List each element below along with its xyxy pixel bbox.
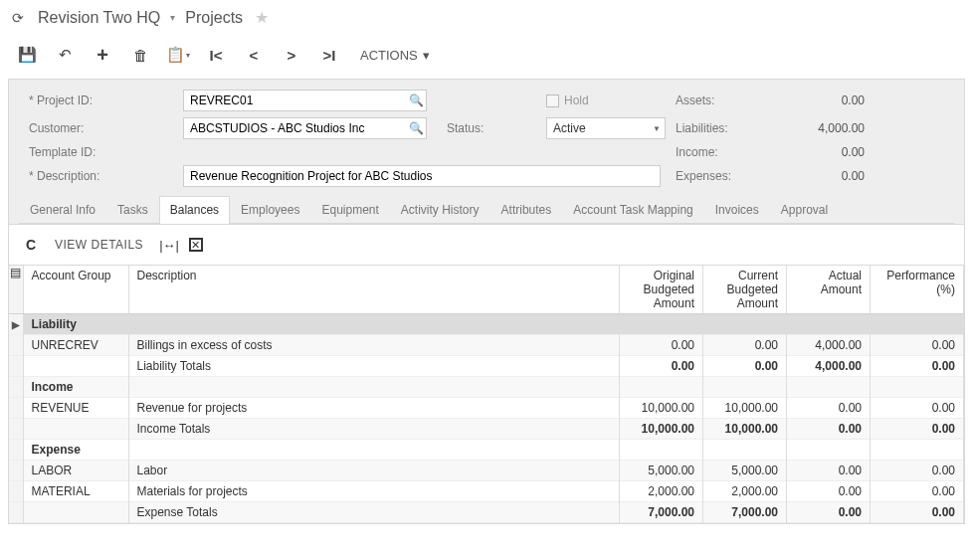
- cell-description: [128, 314, 620, 335]
- export-button[interactable]: ✕: [189, 238, 203, 252]
- cell-num: 0.00: [787, 419, 871, 440]
- last-record-button[interactable]: >I: [314, 41, 344, 69]
- view-details-button[interactable]: VIEW DETAILS: [49, 238, 149, 252]
- cell-num: 10,000.00: [703, 398, 787, 419]
- row-selector-cell[interactable]: [9, 461, 23, 481]
- clipboard-button[interactable]: 📋▾: [163, 41, 193, 69]
- tab-balances[interactable]: Balances: [159, 196, 230, 224]
- row-selector-cell[interactable]: [9, 356, 23, 377]
- cell-num: 0.00: [703, 335, 787, 356]
- customer-input[interactable]: [184, 119, 406, 137]
- row-selector-cell[interactable]: [9, 481, 23, 502]
- tab-general-info[interactable]: General Info: [19, 196, 106, 224]
- col-performance[interactable]: Performance (%): [871, 266, 964, 314]
- cell-num: [703, 377, 787, 398]
- customer-field-wrap[interactable]: 🔍: [183, 117, 427, 139]
- prev-record-button[interactable]: <: [239, 41, 269, 69]
- row-selector-cell[interactable]: [9, 419, 23, 440]
- hold-checkbox[interactable]: [546, 94, 559, 107]
- breadcrumb-page[interactable]: Projects: [185, 9, 243, 27]
- tab-employees[interactable]: Employees: [230, 196, 310, 224]
- delete-button[interactable]: 🗑: [125, 41, 155, 69]
- cell-num: 2,000.00: [703, 481, 787, 502]
- main-toolbar: 💾 ↶ + 🗑 📋▾ I< < > >I ACTIONS ▾: [0, 35, 973, 79]
- breadcrumb-company[interactable]: Revision Two HQ: [38, 9, 160, 27]
- refresh-icon[interactable]: ⟳: [12, 10, 24, 26]
- table-row[interactable]: Expense: [9, 440, 964, 461]
- cell-account-group: Income: [23, 377, 128, 398]
- col-actual-amount[interactable]: Actual Amount: [787, 266, 871, 314]
- cell-num: 4,000.00: [787, 335, 871, 356]
- next-record-button[interactable]: >: [277, 41, 306, 69]
- row-selector-cell[interactable]: [9, 335, 23, 356]
- tab-account-task-mapping[interactable]: Account Task Mapping: [562, 196, 704, 224]
- cell-account-group: [23, 356, 128, 377]
- lookup-icon[interactable]: 🔍: [406, 121, 426, 135]
- cell-account-group: LABOR: [23, 461, 128, 481]
- project-id-field-wrap[interactable]: 🔍: [183, 90, 427, 111]
- star-icon[interactable]: ★: [255, 8, 269, 27]
- cell-num: [787, 440, 871, 461]
- cell-num: 7,000.00: [620, 502, 703, 523]
- cell-description: Materials for projects: [128, 481, 620, 502]
- table-row[interactable]: Expense Totals7,000.007,000.000.000.00: [9, 502, 964, 523]
- add-button[interactable]: +: [88, 41, 117, 69]
- row-selector-cell[interactable]: [9, 398, 23, 419]
- col-current-budgeted[interactable]: Current Budgeted Amount: [703, 266, 787, 314]
- col-description[interactable]: Description: [128, 266, 620, 314]
- row-selector-cell[interactable]: [9, 377, 23, 398]
- expenses-value: 0.00: [842, 169, 865, 183]
- col-account-group[interactable]: Account Group: [23, 266, 128, 314]
- cell-num: 4,000.00: [787, 356, 871, 377]
- hold-label: Hold: [564, 93, 589, 107]
- table-row[interactable]: MATERIALMaterials for projects2,000.002,…: [9, 481, 964, 502]
- row-selector-cell[interactable]: [9, 502, 23, 523]
- tab-equipment[interactable]: Equipment: [310, 196, 389, 224]
- table-row[interactable]: Income Totals10,000.0010,000.000.000.00: [9, 419, 964, 440]
- cell-description: Revenue for projects: [128, 398, 620, 419]
- tab-attributes[interactable]: Attributes: [490, 196, 563, 224]
- cell-account-group: UNRECREV: [23, 335, 128, 356]
- cell-account-group: [23, 502, 128, 523]
- cell-num: [787, 377, 871, 398]
- fit-columns-icon[interactable]: |↔|: [159, 238, 179, 253]
- status-label: Status:: [437, 121, 484, 135]
- tab-tasks[interactable]: Tasks: [106, 196, 159, 224]
- col-original-budgeted[interactable]: Original Budgeted Amount: [620, 266, 703, 314]
- save-button: 💾: [12, 41, 42, 69]
- undo-button[interactable]: ↶: [50, 41, 80, 69]
- cell-num: 0.00: [620, 356, 703, 377]
- cell-num: 0.00: [703, 356, 787, 377]
- cell-num: 10,000.00: [620, 398, 703, 419]
- description-label: Description:: [19, 169, 99, 183]
- table-row[interactable]: Income: [9, 377, 964, 398]
- grid-refresh-button[interactable]: C: [19, 233, 43, 257]
- row-selector-cell[interactable]: [9, 440, 23, 461]
- cell-account-group: MATERIAL: [23, 481, 128, 502]
- tab-activity-history[interactable]: Activity History: [390, 196, 490, 224]
- tab-invoices[interactable]: Invoices: [704, 196, 770, 224]
- tab-approval[interactable]: Approval: [770, 196, 839, 224]
- actions-menu[interactable]: ACTIONS ▾: [352, 43, 438, 68]
- table-row[interactable]: Liability Totals0.000.004,000.000.00: [9, 356, 964, 377]
- assets-value: 0.00: [842, 93, 865, 107]
- row-selector-cell[interactable]: ▶: [9, 314, 23, 335]
- table-row[interactable]: ▶Liability: [9, 314, 964, 335]
- cell-num: 0.00: [871, 502, 964, 523]
- description-input[interactable]: [184, 167, 660, 185]
- lookup-icon[interactable]: 🔍: [406, 93, 426, 107]
- breadcrumb: ⟳ Revision Two HQ ▾ Projects ★: [0, 0, 973, 35]
- table-row[interactable]: UNRECREVBillings in excess of costs0.000…: [9, 335, 964, 356]
- grid-toolbar: C VIEW DETAILS |↔| ✕: [8, 225, 965, 266]
- first-record-button[interactable]: I<: [201, 41, 231, 69]
- table-row[interactable]: LABORLabor5,000.005,000.000.000.00: [9, 461, 964, 481]
- status-select[interactable]: Active ▼: [546, 117, 666, 139]
- project-id-input[interactable]: [184, 92, 406, 109]
- cell-num: [871, 440, 964, 461]
- row-selector-header[interactable]: ▤: [9, 266, 23, 314]
- cell-description: Billings in excess of costs: [128, 335, 620, 356]
- table-row[interactable]: REVENUERevenue for projects10,000.0010,0…: [9, 398, 964, 419]
- description-field-wrap[interactable]: [183, 165, 661, 187]
- cell-num: 0.00: [871, 461, 964, 481]
- chevron-down-icon[interactable]: ▼: [649, 124, 665, 133]
